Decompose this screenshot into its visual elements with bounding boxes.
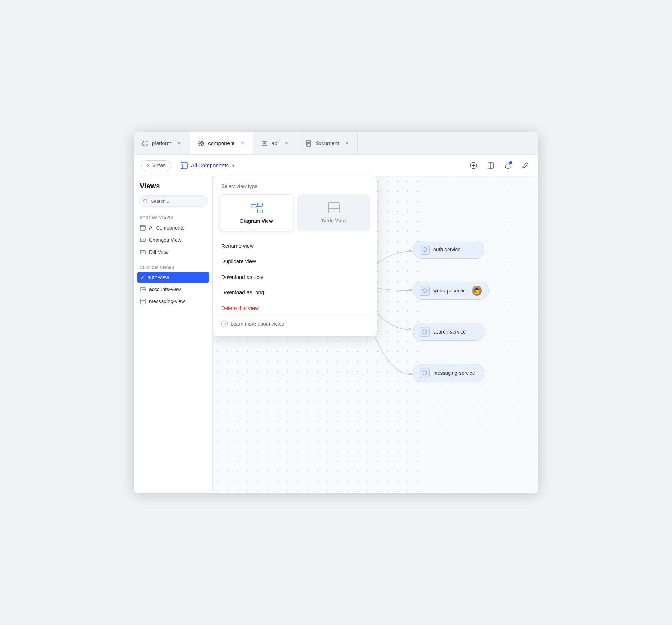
svg-rect-18 xyxy=(257,203,262,206)
tab-api-close[interactable]: ✕ xyxy=(283,140,290,147)
tab-api-label: api xyxy=(271,140,278,146)
all-components-icon xyxy=(180,162,188,169)
main-content: Views SYSTEM VIEWS All Components xyxy=(134,176,538,493)
toolbar: ✕ Views All Components ▾ xyxy=(134,155,538,176)
sidebar-item-changes-view[interactable]: Changes View xyxy=(134,234,212,246)
cube-icon xyxy=(141,139,149,147)
notification-dot xyxy=(509,161,512,164)
sidebar-item-diff-view-label: Diff View xyxy=(149,249,169,255)
canvas-area: auth-service web-api-service 👨 xyxy=(213,176,538,493)
tab-platform-close[interactable]: ✕ xyxy=(176,140,183,147)
sidebar-item-all-components-label: All Components xyxy=(149,225,184,231)
view-type-table[interactable]: Table View xyxy=(297,194,370,231)
delete-view-item[interactable]: Delete this view xyxy=(213,300,377,316)
sidebar-item-accounts-view[interactable]: accounts-view ··· xyxy=(134,283,212,295)
svg-marker-15 xyxy=(409,328,412,330)
views-toggle-button[interactable]: ✕ Views xyxy=(141,160,171,171)
tab-document-close[interactable]: ✕ xyxy=(343,140,350,147)
svg-rect-4 xyxy=(181,162,187,169)
custom-views-label: CUSTOM VIEWS xyxy=(134,262,212,272)
download-csv-item[interactable]: Download as .csv xyxy=(213,269,377,285)
web-api-service-label: web-api-service xyxy=(433,288,468,294)
learn-more-item[interactable]: ? Learn more about views xyxy=(213,316,377,332)
tab-platform[interactable]: platform ✕ xyxy=(134,132,190,154)
messaging-service-icon xyxy=(420,368,430,378)
service-search[interactable]: search-service xyxy=(413,323,484,341)
sidebar-item-messaging-view-label: messaging-view xyxy=(149,299,185,304)
table-view-label: Table View xyxy=(321,218,346,223)
auth-service-icon xyxy=(420,245,430,255)
chevron-down-icon: ▾ xyxy=(232,163,234,168)
api-icon xyxy=(261,139,268,147)
toolbar-actions xyxy=(468,160,531,171)
dropdown-menu: Select view type Diagram View xyxy=(213,176,377,336)
svg-point-1 xyxy=(200,142,202,144)
notification-button[interactable] xyxy=(502,160,514,171)
sidebar-title: Views xyxy=(134,182,212,195)
view-type-options: Diagram View Table View xyxy=(213,194,377,238)
document-icon xyxy=(305,139,312,147)
tab-document[interactable]: document ✕ xyxy=(297,132,358,154)
svg-rect-17 xyxy=(251,205,256,208)
search-input[interactable] xyxy=(151,198,203,204)
tab-api[interactable]: api ✕ xyxy=(253,132,297,154)
service-auth[interactable]: auth-service xyxy=(413,241,484,259)
x-icon: ✕ xyxy=(147,163,150,168)
tab-document-label: document xyxy=(315,140,339,146)
current-view-label: All Components xyxy=(191,162,229,168)
add-button[interactable] xyxy=(468,160,479,171)
table-icon xyxy=(140,225,146,231)
check-icon: ✓ xyxy=(140,275,145,280)
table-icon-2 xyxy=(140,298,146,305)
table-view-icon xyxy=(327,201,340,214)
sidebar-item-messaging-view[interactable]: messaging-view ··· xyxy=(134,295,212,307)
search-service-label: search-service xyxy=(433,329,466,335)
tab-component[interactable]: component ✕ xyxy=(190,132,253,154)
diagram-icon-3 xyxy=(140,286,146,292)
diagram-view-icon xyxy=(250,202,263,215)
download-png-item[interactable]: Download as .png xyxy=(213,285,377,300)
avatar: 👨 xyxy=(472,286,482,296)
search-icon xyxy=(143,198,148,204)
svg-rect-19 xyxy=(257,210,262,213)
svg-rect-12 xyxy=(140,299,145,304)
tab-platform-label: platform xyxy=(152,140,171,146)
views-button-label: Views xyxy=(152,163,165,168)
svg-rect-8 xyxy=(140,225,145,230)
sidebar-item-accounts-view-label: accounts-view xyxy=(149,286,181,292)
messaging-service-label: messaging-service xyxy=(433,370,475,376)
sidebar-search[interactable] xyxy=(138,195,208,207)
sidebar-item-changes-view-label: Changes View xyxy=(149,237,181,243)
svg-marker-13 xyxy=(409,249,412,252)
svg-point-7 xyxy=(144,199,147,202)
tab-bar: platform ✕ component ✕ ap xyxy=(134,132,538,155)
sidebar: Views SYSTEM VIEWS All Components xyxy=(134,176,213,493)
sidebar-item-diff-view[interactable]: Diff View xyxy=(134,246,212,258)
diagram-icon-2 xyxy=(140,249,146,255)
app-window: platform ✕ component ✕ ap xyxy=(134,132,538,493)
system-views-label: SYSTEM VIEWS xyxy=(134,212,212,222)
svg-marker-16 xyxy=(409,372,412,375)
view-selector[interactable]: All Components ▾ xyxy=(175,159,239,172)
help-icon: ? xyxy=(221,321,228,327)
diagram-view-label: Diagram View xyxy=(240,218,273,224)
service-web-api[interactable]: web-api-service 👨 xyxy=(413,282,489,300)
auth-service-label: auth-service xyxy=(433,247,460,252)
rename-view-item[interactable]: Rename view xyxy=(213,238,377,254)
panel-button[interactable] xyxy=(485,160,496,171)
dropdown-section-title: Select view type xyxy=(213,183,377,194)
search-service-icon xyxy=(420,327,430,337)
tab-component-close[interactable]: ✕ xyxy=(239,140,246,147)
tab-component-label: component xyxy=(208,140,234,146)
edit-button[interactable] xyxy=(519,160,531,171)
sidebar-item-auth-view[interactable]: ✓ auth-view xyxy=(137,272,209,283)
component-icon xyxy=(197,139,205,147)
svg-marker-14 xyxy=(409,288,412,291)
sidebar-item-auth-view-label: auth-view xyxy=(148,275,169,280)
sidebar-item-all-components[interactable]: All Components xyxy=(134,222,212,234)
svg-rect-20 xyxy=(328,202,339,213)
service-messaging[interactable]: messaging-service xyxy=(413,364,484,382)
view-type-diagram[interactable]: Diagram View xyxy=(220,194,293,231)
duplicate-view-item[interactable]: Duplicate view xyxy=(213,254,377,269)
diagram-icon-1 xyxy=(140,237,146,243)
